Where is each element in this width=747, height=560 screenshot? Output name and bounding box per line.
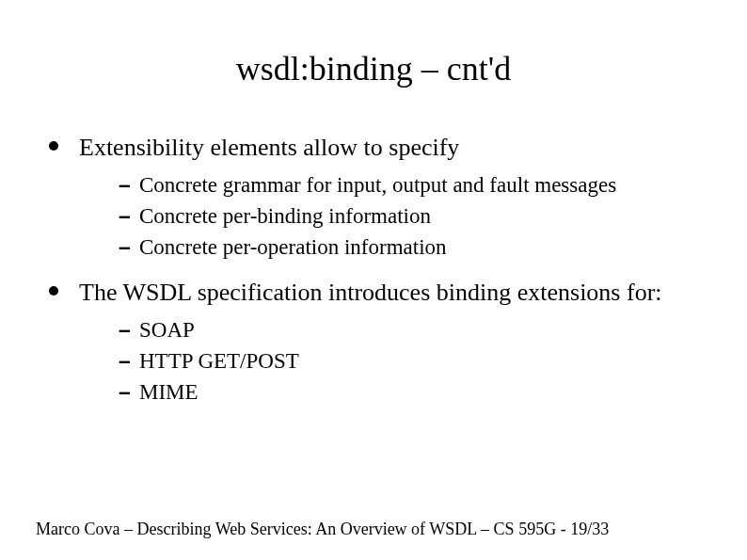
sub-item: – SOAP — [119, 314, 719, 345]
sub-list: – Concrete grammar for input, output and… — [79, 169, 719, 264]
sub-text: Concrete per-operation information — [139, 235, 447, 259]
dash-icon: – — [119, 345, 131, 376]
disc-icon — [49, 141, 58, 151]
bullet-list: Extensibility elements allow to specify … — [47, 132, 719, 408]
sub-item: – Concrete per-operation information — [119, 232, 719, 263]
bullet-text: Extensibility elements allow to specify — [79, 134, 459, 161]
sub-item: – MIME — [119, 376, 719, 408]
sub-item: – Concrete grammar for input, output and… — [119, 169, 719, 200]
dash-icon: – — [119, 314, 131, 345]
sub-text: SOAP — [139, 318, 195, 342]
slide-body: Extensibility elements allow to specify … — [47, 132, 719, 422]
sub-text: MIME — [139, 380, 199, 404]
dash-icon: – — [119, 169, 131, 200]
dash-icon: – — [119, 232, 131, 263]
sub-item: – HTTP GET/POST — [119, 345, 719, 376]
bullet-item: The WSDL specification introduces bindin… — [47, 277, 719, 408]
dash-icon: – — [119, 200, 131, 232]
slide-title: wsdl:binding – cnt'd — [0, 49, 747, 88]
sub-text: HTTP GET/POST — [139, 349, 299, 373]
sub-item: – Concrete per-binding information — [119, 200, 719, 232]
sub-text: Concrete grammar for input, output and f… — [139, 173, 616, 197]
bullet-item: Extensibility elements allow to specify … — [47, 132, 719, 264]
dash-icon: – — [119, 376, 131, 408]
slide-footer: Marco Cova – Describing Web Services: An… — [36, 520, 719, 539]
sub-list: – SOAP – HTTP GET/POST – MIME — [79, 314, 719, 408]
sub-text: Concrete per-binding information — [139, 204, 431, 228]
bullet-text: The WSDL specification introduces bindin… — [79, 279, 662, 306]
slide: wsdl:binding – cnt'd Extensibility eleme… — [0, 0, 747, 560]
disc-icon — [49, 286, 58, 296]
